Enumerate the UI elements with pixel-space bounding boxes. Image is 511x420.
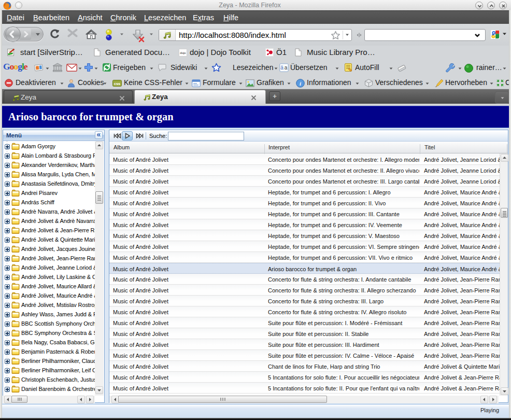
svg-text:dojo: dojo xyxy=(180,51,186,54)
svg-text:a: a xyxy=(285,65,288,71)
svg-text:css: css xyxy=(114,81,121,86)
svg-text:ä: ä xyxy=(280,65,283,71)
